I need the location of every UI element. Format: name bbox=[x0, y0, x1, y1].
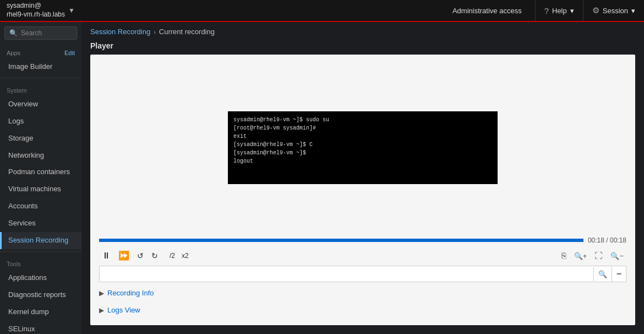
pause-button[interactable]: ⏸ bbox=[99, 249, 113, 262]
recording-info-section: ▶ Recording Info bbox=[99, 287, 626, 299]
logs-view-section: ▶ Logs View bbox=[99, 304, 626, 316]
player-search-input[interactable] bbox=[100, 267, 593, 281]
sidebar-item-podman[interactable]: Podman containers bbox=[0, 164, 81, 181]
help-icon: ? bbox=[544, 6, 549, 15]
player-minus-button[interactable]: − bbox=[612, 266, 626, 282]
progress-bar-area: 00:18 / 00:18 bbox=[99, 236, 626, 244]
logs-view-title[interactable]: Logs View bbox=[107, 306, 140, 314]
controls-row: ⏸ ⏩ ↺ ↻ /2 x2 ⎘ bbox=[99, 249, 626, 262]
pause-icon: ⏸ bbox=[102, 251, 111, 261]
topbar: sysadmin@ rhel9-vm.rh-lab.labs ▼ Adminis… bbox=[0, 0, 644, 22]
fullscreen-icon: ⛶ bbox=[594, 251, 603, 260]
topbar-user-info[interactable]: sysadmin@ rhel9-vm.rh-lab.labs ▼ bbox=[0, 2, 75, 19]
terminal-line-3: exit bbox=[233, 132, 492, 141]
player-search-icon: 🔍 bbox=[598, 270, 607, 278]
player-container: sysadmin@rhel9-vm ~]$ sudo su [root@rhel… bbox=[90, 55, 635, 325]
sidebar-item-overview[interactable]: Overview bbox=[0, 96, 81, 113]
fullscreen-button[interactable]: ⛶ bbox=[592, 249, 605, 262]
user-dropdown-chevron: ▼ bbox=[68, 7, 75, 14]
rewind-icon: ↺ bbox=[137, 251, 144, 260]
rewind-button[interactable]: ↺ bbox=[134, 250, 146, 262]
copy-button[interactable]: ⎘ bbox=[559, 249, 569, 262]
refresh-icon: ↻ bbox=[151, 251, 158, 260]
recording-info-title[interactable]: Recording Info bbox=[107, 289, 154, 297]
zoom-in-button[interactable]: 🔍+ bbox=[571, 249, 590, 262]
player-section: Player sysadmin@rhel9-vm ~]$ sudo su [ro… bbox=[81, 41, 644, 334]
session-chevron-icon: ▾ bbox=[631, 7, 635, 15]
sidebar-item-logs[interactable]: Logs bbox=[0, 113, 81, 130]
help-chevron-icon: ▾ bbox=[570, 7, 574, 15]
zoom-out-button[interactable]: 🔍− bbox=[608, 249, 626, 262]
logs-view-header[interactable]: ▶ Logs View bbox=[99, 304, 626, 316]
edit-apps-button[interactable]: Edit bbox=[64, 50, 75, 56]
recording-info-chevron-icon: ▶ bbox=[99, 289, 104, 297]
terminal-line-6: logout bbox=[233, 157, 492, 165]
main-content: Session Recording › Current recording Pl… bbox=[81, 22, 644, 334]
session-label: Session bbox=[603, 7, 628, 15]
zoom-out-icon: 🔍− bbox=[610, 252, 624, 260]
sidebar-item-image-builder[interactable]: Image Builder bbox=[0, 58, 81, 76]
zoom-in-icon: 🔍+ bbox=[574, 252, 587, 260]
sidebar-divider-1 bbox=[0, 78, 81, 78]
half-speed-button[interactable]: /2 bbox=[167, 251, 177, 261]
video-screen: sysadmin@rhel9-vm ~]$ sudo su [root@rhel… bbox=[228, 111, 498, 184]
apps-label: Apps bbox=[7, 50, 20, 56]
player-search-row: 🔍 − bbox=[99, 266, 626, 282]
search-icon: 🔍 bbox=[9, 29, 18, 37]
search-input[interactable] bbox=[21, 29, 72, 37]
progress-fill bbox=[99, 239, 583, 242]
logs-view-chevron-icon: ▶ bbox=[99, 306, 104, 314]
breadcrumb-parent-link[interactable]: Session Recording bbox=[90, 28, 150, 36]
apps-section-header: Apps Edit bbox=[0, 44, 81, 58]
refresh-button[interactable]: ↻ bbox=[149, 250, 161, 262]
forward-button[interactable]: ⏩ bbox=[116, 249, 132, 262]
video-wrapper: sysadmin@rhel9-vm ~]$ sudo su [root@rhel… bbox=[99, 63, 626, 232]
sidebar-item-kernel-dump[interactable]: Kernel dump bbox=[0, 304, 81, 321]
sidebar-item-storage[interactable]: Storage bbox=[0, 130, 81, 147]
double-speed-button[interactable]: x2 bbox=[179, 251, 191, 261]
main-layout: 🔍 Apps Edit Image Builder System Overvie… bbox=[0, 22, 644, 334]
system-group-label: System bbox=[0, 80, 81, 96]
minus-icon: − bbox=[616, 269, 621, 278]
topbar-username: sysadmin@ bbox=[7, 2, 65, 10]
session-button[interactable]: ⚙ Session ▾ bbox=[583, 0, 644, 21]
admin-access-text: Administrative access bbox=[439, 7, 535, 15]
terminal-line-5: [sysadmin@rhel9-vm ~]$ bbox=[233, 149, 492, 157]
topbar-hostname: rhel9-vm.rh-lab.labs bbox=[7, 10, 65, 19]
breadcrumb-separator: › bbox=[154, 29, 156, 35]
recording-info-header[interactable]: ▶ Recording Info bbox=[99, 287, 626, 299]
sidebar-item-virtual-machines[interactable]: Virtual machines bbox=[0, 181, 81, 198]
gear-icon: ⚙ bbox=[592, 6, 599, 15]
help-button[interactable]: ? Help ▾ bbox=[535, 0, 583, 21]
time-display: 00:18 / 00:18 bbox=[588, 236, 626, 244]
tools-group-label: Tools bbox=[0, 254, 81, 270]
sidebar-item-services[interactable]: Services bbox=[0, 215, 81, 232]
terminal-line-1: sysadmin@rhel9-vm ~]$ sudo su bbox=[233, 116, 492, 124]
progress-track[interactable] bbox=[99, 239, 583, 242]
terminal-line-2: [root@rhel9-vm sysadmin]# bbox=[233, 124, 492, 132]
search-box[interactable]: 🔍 bbox=[4, 26, 77, 40]
forward-icon: ⏩ bbox=[118, 250, 129, 261]
sidebar-item-selinux[interactable]: SELinux bbox=[0, 321, 81, 334]
sidebar-item-accounts[interactable]: Accounts bbox=[0, 198, 81, 215]
sidebar-item-diagnostic-reports[interactable]: Diagnostic reports bbox=[0, 287, 81, 304]
terminal-line-4: [sysadmin@rhel9-vm ~]$ C bbox=[233, 141, 492, 149]
sidebar-item-networking[interactable]: Networking bbox=[0, 147, 81, 164]
player-search-button[interactable]: 🔍 bbox=[593, 267, 612, 281]
player-title: Player bbox=[90, 41, 635, 50]
sidebar: 🔍 Apps Edit Image Builder System Overvie… bbox=[0, 22, 81, 334]
sidebar-divider-2 bbox=[0, 251, 81, 252]
sidebar-item-applications[interactable]: Applications bbox=[0, 270, 81, 287]
breadcrumb: Session Recording › Current recording bbox=[81, 22, 644, 41]
help-label: Help bbox=[552, 7, 567, 15]
topbar-right: Administrative access ? Help ▾ ⚙ Session… bbox=[439, 0, 644, 21]
sidebar-item-session-recording[interactable]: Session Recording bbox=[0, 232, 81, 249]
breadcrumb-current: Current recording bbox=[159, 28, 215, 36]
copy-icon: ⎘ bbox=[561, 251, 566, 260]
